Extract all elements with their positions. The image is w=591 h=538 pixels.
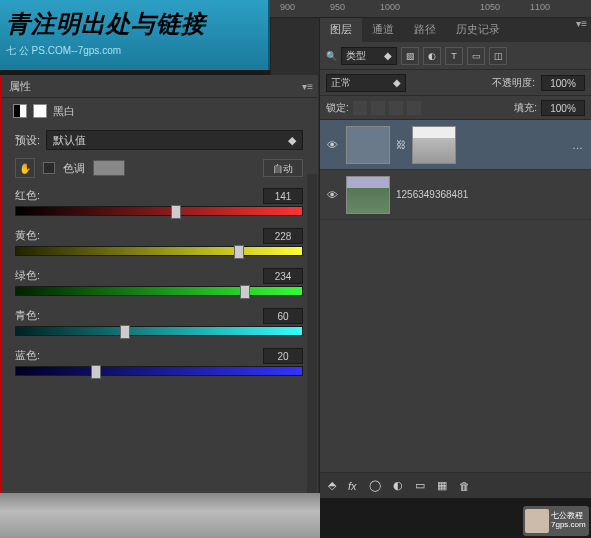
search-icon: 🔍 xyxy=(326,51,337,61)
background-photo xyxy=(0,493,320,538)
opacity-value[interactable]: 100% xyxy=(541,75,585,91)
blue-slider-group: 蓝色:20 xyxy=(15,348,303,376)
cyan-value[interactable]: 60 xyxy=(263,308,303,324)
lock-all-icon[interactable] xyxy=(407,101,421,115)
tab-layers[interactable]: 图层 xyxy=(320,18,362,42)
layers-footer: ⬘ fx ◯ ◐ ▭ ▦ 🗑 xyxy=(320,472,591,498)
slider-thumb[interactable] xyxy=(171,205,181,219)
avatar xyxy=(525,509,549,533)
panel-tabs: 图层 通道 路径 历史记录 ▾≡ xyxy=(320,18,591,42)
link-layers-icon[interactable]: ⬘ xyxy=(328,479,336,492)
banner-title: 青注明出处与链接 xyxy=(6,8,262,40)
yellow-value[interactable]: 228 xyxy=(263,228,303,244)
new-layer-icon[interactable]: ▦ xyxy=(437,479,447,492)
red-slider[interactable] xyxy=(15,206,303,216)
blue-value[interactable]: 20 xyxy=(263,348,303,364)
cyan-slider-group: 青色:60 xyxy=(15,308,303,336)
filter-pixel-icon[interactable]: ▧ xyxy=(401,47,419,65)
mask-icon[interactable] xyxy=(33,104,47,118)
yellow-slider[interactable] xyxy=(15,246,303,256)
auto-button[interactable]: 自动 xyxy=(263,159,303,177)
mask-thumbnail[interactable] xyxy=(412,126,456,164)
lock-image-icon[interactable] xyxy=(371,101,385,115)
link-icon: ⛓ xyxy=(396,139,406,150)
slider-thumb[interactable] xyxy=(240,285,250,299)
preset-label: 预设: xyxy=(15,133,40,148)
panel-menu-icon[interactable]: ▾≡ xyxy=(302,81,313,92)
red-value[interactable]: 141 xyxy=(263,188,303,204)
horizontal-ruler: 900 950 1000 1050 1100 WWW.MISSYUAN.COM xyxy=(270,0,591,18)
preset-dropdown[interactable]: 默认值◆ xyxy=(46,130,303,150)
blend-mode-dropdown[interactable]: 正常◆ xyxy=(326,74,406,92)
tab-channels[interactable]: 通道 xyxy=(362,18,404,42)
layer-fx-icon[interactable]: fx xyxy=(348,480,357,492)
lock-position-icon[interactable] xyxy=(389,101,403,115)
visibility-toggle[interactable]: 👁 xyxy=(324,137,340,153)
blue-slider[interactable] xyxy=(15,366,303,376)
lock-transparent-icon[interactable] xyxy=(353,101,367,115)
layer-thumbnail[interactable] xyxy=(346,176,390,214)
tab-paths[interactable]: 路径 xyxy=(404,18,446,42)
watermark-badge: 七公教程7gps.com xyxy=(523,506,589,536)
tint-label: 色调 xyxy=(63,161,85,176)
green-slider[interactable] xyxy=(15,286,303,296)
filter-type-dropdown[interactable]: 类型◆ xyxy=(341,47,397,65)
new-group-icon[interactable]: ▭ xyxy=(415,479,425,492)
layer-row[interactable]: 👁 ⛓ … xyxy=(320,120,591,170)
black-white-icon[interactable] xyxy=(13,104,27,118)
lock-fill-row: 锁定: 填充: 100% xyxy=(320,96,591,120)
layer-options-icon[interactable]: … xyxy=(572,139,583,151)
cyan-slider[interactable] xyxy=(15,326,303,336)
filter-type-icon[interactable]: T xyxy=(445,47,463,65)
slider-thumb[interactable] xyxy=(234,245,244,259)
visibility-toggle[interactable]: 👁 xyxy=(324,187,340,203)
watermark-banner: 青注明出处与链接 七 公 PS.COM--7gps.com xyxy=(0,0,270,70)
layer-row[interactable]: 👁 1256349368481 xyxy=(320,170,591,220)
layers-panel: 图层 通道 路径 历史记录 ▾≡ 🔍 类型◆ ▧ ◐ T ▭ ◫ 正常◆ 不透明… xyxy=(319,18,591,498)
layer-filter-bar: 🔍 类型◆ ▧ ◐ T ▭ ◫ xyxy=(320,42,591,70)
slider-thumb[interactable] xyxy=(120,325,130,339)
tab-history[interactable]: 历史记录 xyxy=(446,18,510,42)
banner-subtitle: 七 公 PS.COM--7gps.com xyxy=(6,44,262,58)
opacity-label: 不透明度: xyxy=(492,76,535,90)
filter-smart-icon[interactable]: ◫ xyxy=(489,47,507,65)
new-adjustment-icon[interactable]: ◐ xyxy=(393,479,403,492)
green-slider-group: 绿色:234 xyxy=(15,268,303,296)
tint-color-swatch[interactable] xyxy=(93,160,125,176)
tint-checkbox[interactable] xyxy=(43,162,55,174)
blend-opacity-row: 正常◆ 不透明度: 100% xyxy=(320,70,591,96)
properties-tab[interactable]: 属性 ▾≡ xyxy=(1,76,317,98)
red-slider-group: 红色:141 xyxy=(15,188,303,216)
fill-value[interactable]: 100% xyxy=(541,100,585,116)
panel-menu-icon[interactable]: ▾≡ xyxy=(576,18,587,29)
yellow-slider-group: 黄色:228 xyxy=(15,228,303,256)
adjustment-thumbnail[interactable] xyxy=(346,126,390,164)
add-mask-icon[interactable]: ◯ xyxy=(369,479,381,492)
green-value[interactable]: 234 xyxy=(263,268,303,284)
adjustment-title: 黑白 xyxy=(53,104,75,119)
layer-name[interactable]: 1256349368481 xyxy=(396,189,468,200)
delete-layer-icon[interactable]: 🗑 xyxy=(459,480,470,492)
layers-list: 👁 ⛓ … 👁 1256349368481 xyxy=(320,120,591,220)
properties-panel: 属性 ▾≡ 黑白 预设: 默认值◆ ✋ 色调 自动 红色:141 黄色:228 xyxy=(0,75,318,538)
chevron-down-icon: ◆ xyxy=(288,134,296,147)
properties-scrollbar[interactable] xyxy=(307,174,317,507)
filter-adjustment-icon[interactable]: ◐ xyxy=(423,47,441,65)
adjustment-header: 黑白 xyxy=(1,98,317,124)
targeted-adjustment-icon[interactable]: ✋ xyxy=(15,158,35,178)
filter-shape-icon[interactable]: ▭ xyxy=(467,47,485,65)
slider-thumb[interactable] xyxy=(91,365,101,379)
